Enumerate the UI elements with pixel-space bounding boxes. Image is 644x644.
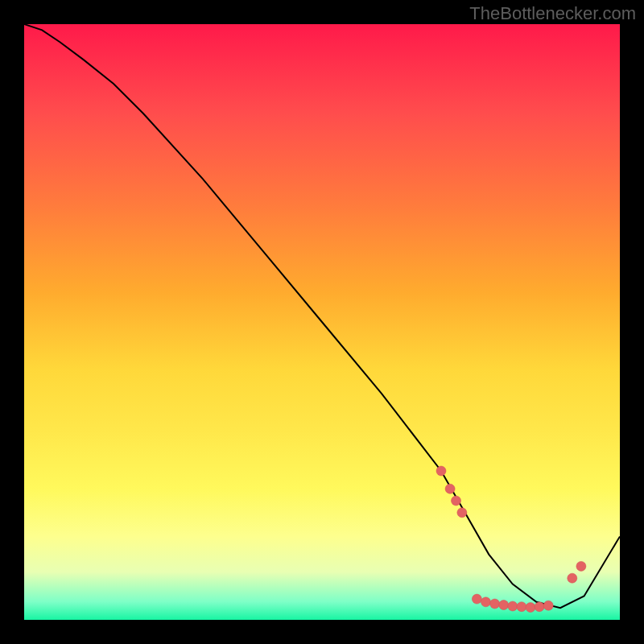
data-marker bbox=[445, 484, 455, 493]
data-marker bbox=[568, 573, 577, 583]
data-marker bbox=[576, 561, 586, 571]
data-marker bbox=[526, 603, 535, 613]
data-marker bbox=[535, 602, 544, 612]
data-marker bbox=[517, 602, 526, 612]
markers-group bbox=[436, 466, 586, 613]
curve-line bbox=[24, 24, 620, 608]
plot-svg bbox=[24, 24, 620, 620]
data-marker bbox=[436, 466, 446, 476]
data-marker bbox=[543, 601, 553, 610]
data-marker bbox=[490, 599, 500, 609]
chart-container: TheBottlenecker.com bbox=[0, 0, 644, 644]
data-marker bbox=[472, 594, 481, 604]
data-marker bbox=[499, 601, 509, 610]
data-marker bbox=[481, 597, 491, 607]
watermark-text: TheBottlenecker.com bbox=[469, 3, 636, 24]
data-marker bbox=[457, 508, 467, 518]
data-marker bbox=[452, 496, 461, 506]
data-marker bbox=[508, 601, 518, 611]
plot-area bbox=[24, 24, 620, 620]
